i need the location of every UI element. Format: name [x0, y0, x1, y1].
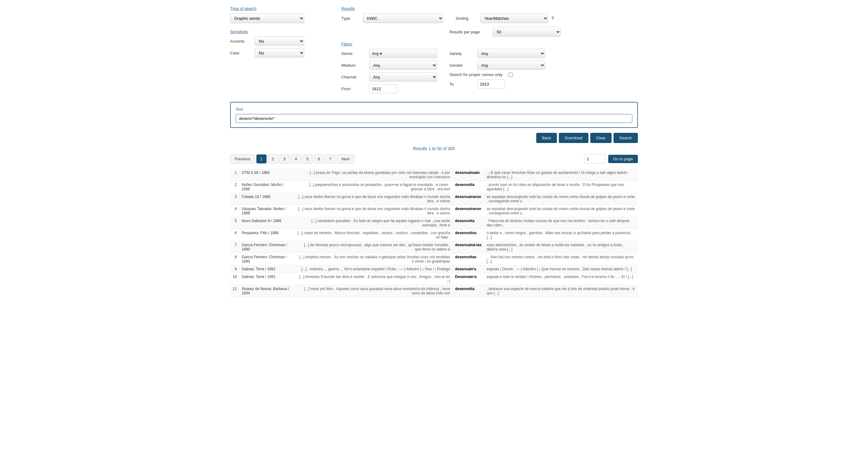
table-row: 5 Novo Galiciano 9 / 1888 [...] verdadei… — [230, 217, 638, 229]
go-to-page-input[interactable] — [584, 154, 606, 163]
row-after: , pronto tuvo un fol cheo en disposición… — [484, 181, 638, 193]
row-number: 10 — [230, 273, 239, 285]
from-input[interactable] — [369, 84, 397, 93]
row-number: 9 — [230, 265, 239, 273]
table-row: 3 Fuliada 18 / 1888 [...] seus dedos fix… — [230, 193, 638, 205]
results-label: Results — [341, 6, 638, 11]
row-after: as espadas descargando sobr'as costas do… — [484, 205, 638, 217]
results-table: 1 OTM II,39 / 1884 [...] praza do Trigo … — [230, 169, 638, 297]
search-button[interactable]: Search — [614, 133, 638, 143]
channel-select[interactable]: Any — [369, 72, 437, 82]
row-source: García Ferreiro: Chorimas / 1890 — [239, 241, 295, 253]
row-after: ... Non hai nos montes oxeos , nin brila… — [484, 253, 638, 265]
row-before: [...] pequerrecho​s e acomodou ós porqui… — [295, 181, 453, 193]
row-before: [...] mirar pró libro . Aqueles cinco an… — [295, 285, 453, 297]
case-select[interactable]: No Yes — [255, 48, 304, 57]
row-number: 11 — [230, 285, 239, 297]
page-2-button[interactable]: 2 — [268, 154, 278, 163]
accents-label: Accents — [230, 39, 255, 43]
row-after: espada e tódo-lo emitan ) Nobres , peche… — [484, 273, 638, 285]
row-after: espada ) Osorio . — ( Adentro ) ¡ Qué mo… — [484, 265, 638, 273]
gender-select[interactable]: Any — [477, 61, 545, 70]
clear-button[interactable]: Clear — [590, 133, 612, 143]
row-number: 3 — [230, 193, 239, 205]
channel-label: Channel — [341, 75, 366, 80]
to-input[interactable] — [477, 80, 505, 89]
row-after: . ¡ E qué caras feroches tiñan os gardas… — [484, 169, 638, 181]
row-match: Desenvain'a — [453, 273, 484, 285]
variety-label: Variety — [450, 51, 474, 56]
medium-label: Medium — [341, 63, 366, 68]
row-before: [...] verdadeiro paradiso . Eu falei do … — [295, 217, 453, 229]
variety-select[interactable]: Any — [477, 49, 545, 58]
row-before: [...] ámpitos resoan . Xa non rinchan os… — [295, 253, 453, 265]
results-type-select[interactable]: KWIC Normal — [363, 13, 443, 23]
table-row: 6 Pesqueira: Fillo / 1888 [...] corpo de… — [230, 229, 638, 241]
table-row: 8 García Ferreiro: Chorimas / 1890 [...]… — [230, 253, 638, 265]
accents-select[interactable]: No Yes — [255, 36, 304, 46]
row-source: Novo Galiciano 9 / 1888 — [239, 217, 295, 229]
row-before: [...] seus dedos fixeran na gorxa e que … — [295, 205, 453, 217]
row-before: [...] , nobreza ... guerra ... Viv'o est… — [295, 265, 453, 273]
results-type-label: Type — [341, 16, 360, 21]
row-before: [...] de fámolas pouco escrupuosas , alg… — [295, 241, 453, 253]
type-of-search-select[interactable]: Graphic words Lemma Form — [230, 13, 304, 23]
page-3-button[interactable]: 3 — [279, 154, 289, 163]
next-button[interactable]: Next — [337, 154, 354, 163]
page-1-button[interactable]: 1 — [256, 154, 267, 163]
row-number: 5 — [230, 217, 239, 229]
row-match: desenvainá-las — [453, 241, 484, 253]
row-match: desenvolta — [453, 285, 484, 297]
page-4-button[interactable]: 4 — [291, 154, 301, 163]
download-button[interactable]: Download — [559, 133, 588, 143]
text-box-section: Text — [230, 102, 638, 128]
table-row: 2 Núñez González: Muíño / 1886 [...] peq… — [230, 181, 638, 193]
page-5-button[interactable]: 5 — [302, 154, 313, 163]
table-row: 11 Álvarez de Nóvoa: Barbana / 1894 [...… — [230, 285, 638, 297]
from-label: From — [341, 87, 366, 91]
proper-names-checkbox[interactable] — [508, 72, 513, 77]
row-match: desenvainaron — [453, 193, 484, 205]
row-match: desenvainaron — [453, 205, 484, 217]
row-after: . Falou+se alí doutras moitas cousas de … — [484, 217, 638, 229]
row-source: OTM II,39 / 1884 — [239, 169, 295, 181]
genre-dropdown[interactable]: Any ▾ — [369, 49, 437, 58]
sorting-select[interactable]: Year/Matches Matches Year — [480, 13, 548, 23]
table-row: 10 Salinas: Torre / 1891 [...] himeneo D… — [230, 273, 638, 285]
row-source: Álvarez de Nóvoa: Barbana / 1894 — [239, 285, 295, 297]
page-6-button[interactable]: 6 — [314, 154, 324, 163]
row-number: 1 — [230, 169, 239, 181]
row-number: 2 — [230, 181, 239, 193]
row-before: [...] corpo de torneiro , Mozos fonchos … — [295, 229, 453, 241]
gender-label: Gender — [450, 63, 474, 68]
text-input[interactable] — [236, 114, 632, 123]
medium-select[interactable]: Any — [369, 61, 437, 70]
row-match: desenvainado — [453, 169, 484, 181]
go-to-page: Go to page — [584, 154, 638, 163]
sorting-label: Sorting — [456, 16, 477, 21]
to-label: To — [450, 82, 474, 87]
filters-label: Filters — [341, 42, 638, 46]
row-after: súas admonicións , ás xentes de letras a… — [484, 241, 638, 253]
row-match: desenvoltas — [453, 253, 484, 265]
back-button[interactable]: Back — [536, 133, 557, 143]
row-source: Vázquez Taboada: Noites / 1888 — [239, 205, 295, 217]
proper-names-label: Search for proper names only — [450, 72, 502, 77]
row-match: desenvolta — [453, 181, 484, 193]
type-of-search-label: Type of search — [230, 6, 329, 11]
row-after: as espadas descargando sobr'as costas do… — [484, 193, 638, 205]
help-button[interactable]: ? — [551, 16, 554, 21]
go-to-page-button[interactable]: Go to page — [608, 155, 638, 163]
text-box-label: Text — [236, 107, 632, 112]
previous-button[interactable]: Previous — [230, 154, 255, 163]
rpp-select[interactable]: 50 25 100 — [493, 27, 561, 37]
table-row: 1 OTM II,39 / 1884 [...] praza do Trigo … — [230, 169, 638, 181]
row-match: desenvolta — [453, 217, 484, 229]
row-source: Salinas: Torre / 1891 — [239, 273, 295, 285]
row-source: García Ferreiro: Chorimas / 1890 — [239, 253, 295, 265]
row-source: Núñez González: Muíño / 1886 — [239, 181, 295, 193]
case-label: Case — [230, 51, 255, 55]
page-7-button[interactable]: 7 — [325, 154, 336, 163]
row-before: [...] seus dedos fixeran na gorxa e que … — [295, 193, 453, 205]
row-number: 7 — [230, 241, 239, 253]
